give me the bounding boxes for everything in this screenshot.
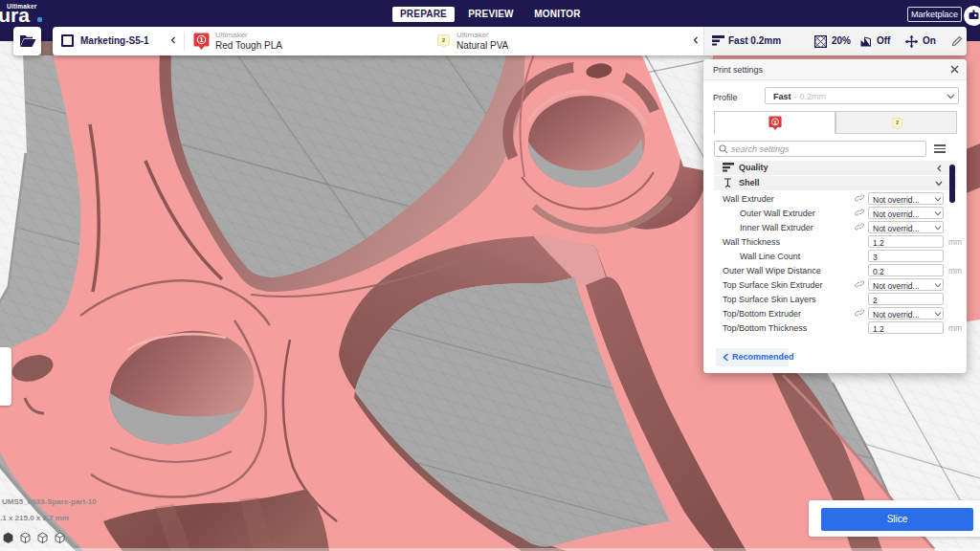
svg-text:1: 1	[773, 119, 777, 125]
svg-text:1: 1	[199, 35, 203, 44]
svg-text:2: 2	[442, 36, 446, 43]
svg-text:2: 2	[896, 120, 899, 125]
